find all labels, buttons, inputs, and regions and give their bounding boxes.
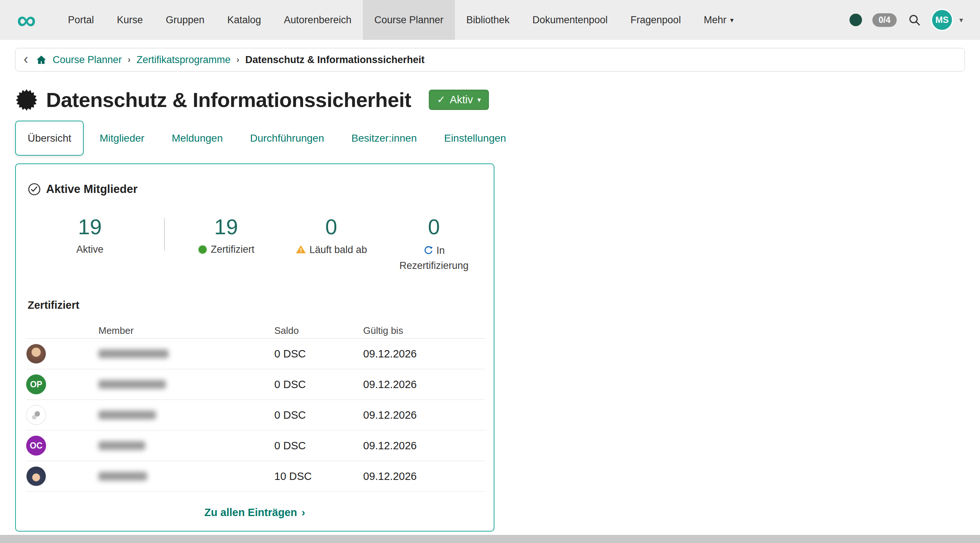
- stat-laeuft-bald-ab: 0 Läuft bald ab: [288, 215, 374, 278]
- member-name-redacted: [99, 380, 166, 389]
- breadcrumb-current: Datenschutz & Informationssicherheit: [245, 54, 424, 66]
- avatar: OP: [26, 374, 46, 394]
- viewport-bottom-strip: [0, 535, 980, 543]
- nav-item-mehr-label: Mehr: [704, 14, 727, 26]
- search-icon[interactable]: [907, 13, 922, 27]
- page-title-row: Datenschutz & Informationssicherheit ✓ A…: [15, 88, 965, 112]
- tab-mitglieder[interactable]: Mitglieder: [86, 121, 158, 156]
- member-name-redacted: [99, 472, 147, 481]
- home-icon[interactable]: [36, 54, 47, 65]
- stat-in-rezertifizierung: 0 In Rezertifizierung: [374, 215, 494, 278]
- refresh-icon: [423, 245, 434, 259]
- breadcrumb-separator: ›: [127, 54, 130, 65]
- table-row[interactable]: 0 DSC 09.12.2026: [26, 339, 485, 369]
- saldo-value: 0 DSC: [274, 379, 363, 391]
- chevron-down-icon: ▾: [730, 16, 734, 24]
- nav-item-katalog[interactable]: Katalog: [216, 0, 273, 40]
- table-header-gueltig-bis: Gültig bis: [363, 325, 485, 336]
- stats-divider: [164, 218, 165, 250]
- nav-item-dokumentenpool[interactable]: Dokumentenpool: [521, 0, 619, 40]
- tab-besitzerinnen[interactable]: Besitzer:innen: [338, 121, 430, 156]
- certified-members-table: Member Saldo Gültig bis 0 DSC 09.12.2026…: [26, 323, 485, 492]
- table-header-saldo: Saldo: [274, 325, 363, 336]
- saldo-value: 0 DSC: [274, 440, 363, 452]
- check-icon: ✓: [437, 95, 445, 105]
- avatar: [26, 466, 46, 486]
- stat-aktive: 19 Aktive: [16, 215, 164, 278]
- table-header-member: Member: [99, 325, 274, 336]
- all-entries-link[interactable]: Zu allen Einträgen ›: [16, 492, 494, 533]
- user-menu-chevron-down-icon[interactable]: ▾: [959, 16, 963, 24]
- valid-until-value: 09.12.2026: [363, 470, 485, 482]
- avatar: [26, 405, 46, 425]
- stat-zertifiziert: 19 Zertifiziert: [164, 215, 288, 278]
- breadcrumb-link-course-planner[interactable]: Course Planner: [53, 54, 122, 66]
- tab-durchfuehrungen[interactable]: Durchführungen: [236, 121, 338, 156]
- stat-aktive-label: Aktive: [16, 244, 164, 255]
- valid-until-value: 09.12.2026: [363, 440, 485, 452]
- section-title-zertifiziert: Zertifiziert: [28, 299, 482, 311]
- saldo-value: 0 DSC: [274, 409, 363, 421]
- valid-until-value: 09.12.2026: [363, 379, 485, 391]
- page-title: Datenschutz & Informationssicherheit: [46, 88, 411, 112]
- table-row[interactable]: OC 0 DSC 09.12.2026: [26, 430, 485, 461]
- nav-item-kurse[interactable]: Kurse: [105, 0, 154, 40]
- avatar: OC: [26, 436, 46, 455]
- saldo-value: 10 DSC: [274, 470, 363, 482]
- active-members-card: Aktive Mitglieder 19 Aktive 19 Zertifizi…: [15, 163, 495, 532]
- stat-laeuft-bald-ab-label: Läuft bald ab: [288, 244, 374, 258]
- stat-laeuft-bald-ab-value: 0: [288, 215, 374, 239]
- member-name-redacted: [99, 441, 145, 450]
- stat-in-rezertifizierung-value: 0: [374, 215, 494, 239]
- breadcrumb-separator: ›: [236, 54, 239, 65]
- back-chevron-icon[interactable]: ‹: [24, 52, 29, 66]
- counter-badge[interactable]: 0/4: [872, 13, 897, 27]
- member-name-redacted: [99, 411, 156, 419]
- card-title: Aktive Mitglieder: [46, 183, 137, 196]
- seal-icon: [197, 245, 208, 257]
- breadcrumb-link-zertifikatsprogramme[interactable]: Zertifikatsprogramme: [137, 54, 231, 66]
- table-row[interactable]: 10 DSC 09.12.2026: [26, 461, 485, 492]
- stat-zertifiziert-value: 19: [164, 215, 288, 239]
- status-dropdown-button[interactable]: ✓ Aktiv ▾: [429, 90, 489, 110]
- chevron-right-icon: ›: [302, 506, 305, 519]
- valid-until-value: 09.12.2026: [363, 409, 485, 421]
- all-entries-link-label: Zu allen Einträgen: [204, 506, 297, 519]
- tab-einstellungen[interactable]: Einstellungen: [430, 121, 520, 156]
- stats-row: 19 Aktive 19 Zertifiziert 0 Läuft bald a…: [16, 215, 494, 278]
- check-circle-icon: [28, 183, 41, 196]
- nav-item-fragenpool[interactable]: Fragenpool: [619, 0, 692, 40]
- stat-zertifiziert-label: Zertifiziert: [164, 244, 288, 257]
- avatar: [26, 344, 46, 364]
- nav-item-mehr[interactable]: Mehr ▾: [692, 0, 745, 40]
- nav-item-autorenbereich[interactable]: Autorenbereich: [272, 0, 363, 40]
- stat-in-rezertifizierung-label: In Rezertifizierung: [394, 244, 473, 272]
- table-row[interactable]: 0 DSC 09.12.2026: [26, 400, 485, 430]
- table-header-row: Member Saldo Gültig bis: [26, 323, 485, 339]
- top-nav: ∞ Portal Kurse Gruppen Katalog Autorenbe…: [0, 0, 980, 40]
- table-row[interactable]: OP 0 DSC 09.12.2026: [26, 369, 485, 400]
- app-logo-infinity-icon[interactable]: ∞: [17, 6, 36, 33]
- nav-item-gruppen[interactable]: Gruppen: [154, 0, 216, 40]
- card-header: Aktive Mitglieder: [16, 164, 494, 196]
- valid-until-value: 09.12.2026: [363, 348, 485, 360]
- main-nav: Portal Kurse Gruppen Katalog Autorenbere…: [56, 0, 745, 40]
- topbar-right: 0/4 MS ▾: [850, 10, 963, 30]
- stat-aktive-value: 19: [16, 215, 164, 239]
- warning-icon: [295, 244, 306, 258]
- status-label: Aktiv: [450, 94, 473, 106]
- tab-uebersicht[interactable]: Übersicht: [15, 121, 84, 156]
- certificate-seal-icon: [15, 89, 38, 111]
- nav-item-portal[interactable]: Portal: [56, 0, 105, 40]
- tab-bar: Übersicht Mitglieder Meldungen Durchführ…: [15, 121, 965, 156]
- chevron-down-icon: ▾: [477, 96, 481, 104]
- avatar[interactable]: MS: [932, 10, 952, 30]
- nav-item-course-planner[interactable]: Course Planner: [363, 0, 455, 40]
- breadcrumb: ‹ Course Planner › Zertifikatsprogramme …: [15, 48, 965, 72]
- presence-status-dot: [850, 14, 862, 26]
- saldo-value: 0 DSC: [274, 348, 363, 360]
- nav-item-bibliothek[interactable]: Bibliothek: [455, 0, 521, 40]
- member-name-redacted: [99, 349, 169, 358]
- tab-meldungen[interactable]: Meldungen: [158, 121, 237, 156]
